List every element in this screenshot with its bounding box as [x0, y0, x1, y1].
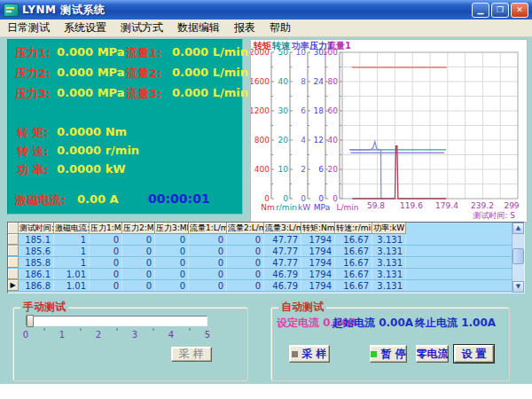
column-header[interactable]: 激磁电流:A [54, 223, 90, 234]
column-header[interactable]: 压力2:MPa [122, 223, 155, 234]
slider-minor-tick [43, 328, 44, 331]
table-cell: 0 [155, 234, 189, 245]
manual-sample-button[interactable]: 采 样 [171, 347, 212, 362]
svg-text:59.8: 59.8 [367, 201, 385, 210]
chart-svg: 转矩2000160012008004000Nm转速50403020100r/mi… [251, 40, 527, 222]
table-cell: 186.1 [19, 269, 54, 279]
scroll-thumb[interactable] [512, 248, 524, 264]
column-header[interactable]: 功率:kW [372, 223, 406, 234]
svg-text:24: 24 [314, 77, 325, 86]
excitation-label: 激磁电流: [15, 192, 66, 208]
row-selector[interactable] [8, 257, 19, 268]
scroll-up-icon[interactable]: ▲ [512, 223, 524, 234]
close-button[interactable]: ✕ [511, 3, 528, 18]
menu-item-6[interactable]: 帮助 [262, 20, 298, 36]
menu-item-1[interactable]: 日常测试 [0, 20, 57, 36]
column-header[interactable]: 压力3:MPa [155, 223, 189, 234]
table-cell: 46.79 [264, 280, 301, 291]
slider-minor-tick [153, 328, 153, 331]
rotation-row-value: 0.0000 r/min [57, 144, 139, 157]
readout-panel: 激磁电流: 0.00 A 00:00:01 压力1:0.000 MPa流量1:0… [7, 39, 243, 215]
table-cell: 0 [155, 246, 189, 256]
table-row[interactable]: 185.810000047.77179416.673.131 [8, 257, 512, 269]
table-row[interactable]: 185.610000047.77179416.673.131 [8, 246, 512, 257]
flow2-value: 0.000 L/min [172, 66, 248, 79]
svg-text:40: 40 [328, 136, 339, 145]
menu-item-5[interactable]: 报表 [227, 20, 262, 36]
table-scrollbar[interactable]: ▲ ▼ [512, 223, 524, 293]
table-cell: 0 [227, 246, 264, 256]
slider-tick-label: 3 [132, 330, 137, 340]
table-cell: 1794 [301, 257, 335, 268]
slider-tick-label: 2 [96, 330, 101, 340]
table-cell: 0 [189, 234, 227, 245]
restore-button[interactable]: ❐ [491, 3, 509, 18]
slider-thumb[interactable] [27, 315, 34, 327]
menu-item-3[interactable]: 测试方式 [113, 20, 170, 36]
menu-item-4[interactable]: 数据编辑 [170, 20, 227, 36]
table-cell: 0 [189, 269, 227, 279]
svg-text:10: 10 [278, 165, 289, 174]
svg-text:2000: 2000 [251, 48, 270, 57]
table-cell: 0 [90, 257, 122, 268]
rotation-row-label: 转 速: [17, 144, 49, 160]
slider-tick-label: 0 [23, 330, 28, 340]
table-cell: 0 [122, 257, 155, 268]
current-slider[interactable] [26, 316, 207, 326]
auto-test-group: 自动测试 设定电流 0.00A 起始电流 0.00A 终止电流 1.00A 采 … [270, 307, 510, 381]
end-current-label: 终止电流 [415, 317, 458, 329]
sample-indicator-icon [292, 351, 298, 357]
column-header[interactable]: 转矩:Nm [301, 223, 335, 234]
minimize-button[interactable]: ▁ [472, 3, 489, 18]
table-row[interactable]: ▶186.81.010000046.79179416.673.131 [8, 280, 512, 292]
table-cell: 0 [227, 269, 264, 279]
svg-text:8: 8 [301, 77, 306, 86]
settings-button[interactable]: 设 置 [454, 345, 494, 363]
table-cell: 185.1 [19, 234, 54, 245]
svg-text:30: 30 [278, 106, 289, 115]
row-selector[interactable]: ▶ [8, 280, 19, 291]
table-cell: 1 [54, 246, 90, 256]
table-cell: 1.01 [54, 280, 90, 291]
table-row[interactable]: 186.11.010000046.79179416.673.131 [8, 269, 512, 280]
row-selector[interactable] [8, 246, 19, 256]
pause-button[interactable]: 暂 停 [370, 345, 407, 363]
set-current-label: 设定电流 [277, 317, 319, 329]
pressure2-label: 压力2: [15, 66, 51, 82]
svg-text:80: 80 [328, 77, 339, 86]
svg-text:MPa: MPa [314, 203, 330, 212]
column-header[interactable]: 转速:r/min [335, 223, 372, 234]
svg-text:6: 6 [318, 165, 324, 174]
table-cell: 0 [122, 234, 155, 245]
auto-sample-button[interactable]: 采 样 [289, 345, 330, 363]
svg-text:299: 299 [504, 201, 519, 210]
table-row[interactable]: 185.110000047.77179416.673.131 [8, 234, 512, 246]
row-selector[interactable] [8, 269, 19, 279]
column-header[interactable]: 测试时间:S [19, 223, 54, 234]
scroll-down-icon[interactable]: ▼ [512, 281, 524, 293]
table-cell: 186.8 [19, 280, 54, 291]
table-cell: 1794 [301, 280, 335, 291]
row-selector[interactable] [8, 234, 19, 245]
svg-text:100: 100 [323, 48, 338, 57]
column-header[interactable]: 压力1:MPa [90, 223, 122, 234]
rotation-row-value: 0.0000 kW [57, 162, 126, 176]
table-cell: 1 [54, 234, 90, 245]
column-header[interactable]: 流量1:L/min [189, 223, 227, 234]
table-cell: 0 [155, 269, 189, 279]
column-header[interactable]: 流量3:L/min [264, 223, 301, 234]
slider-tick-label: 4 [168, 330, 174, 340]
svg-text:12: 12 [314, 136, 324, 145]
zero-current-button[interactable]: 零电流 [416, 345, 449, 363]
table-cell: 47.77 [264, 234, 301, 245]
desktop-background [0, 384, 532, 399]
table-cell: 0 [122, 269, 155, 279]
table-cell: 0 [189, 246, 227, 256]
column-header[interactable]: 流量2:L/min [227, 223, 264, 234]
table-cell: 0 [189, 280, 227, 291]
table-cell: 3.131 [372, 257, 406, 268]
table-cell: 1794 [301, 269, 335, 279]
table-cell: 0 [90, 246, 122, 256]
table-cell: 185.6 [19, 246, 54, 256]
menu-item-2[interactable]: 系统设置 [57, 20, 113, 36]
